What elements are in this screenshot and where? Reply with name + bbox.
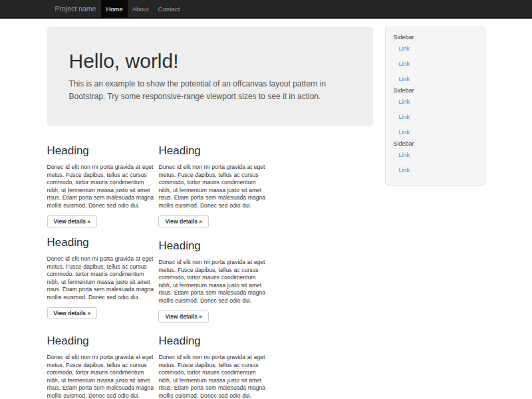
card-grid: Heading Donec id elit non mi porta gravi… xyxy=(47,136,373,399)
content-card: Heading Donec id elit non mi porta gravi… xyxy=(158,227,266,323)
sidebar-group-title: Sidebar xyxy=(394,140,478,148)
content-card: Heading Donec id elit non mi porta gravi… xyxy=(47,227,155,323)
view-details-button[interactable]: View details » xyxy=(47,215,98,227)
card-heading: Heading xyxy=(158,144,266,158)
jumbotron: Hello, world! This is an example to show… xyxy=(47,27,373,126)
sidebar-link[interactable]: Link xyxy=(394,125,478,140)
card-heading: Heading xyxy=(158,239,266,253)
card-body-text: Donec id elit non mi porta gravida at eg… xyxy=(158,259,266,305)
card-heading: Heading xyxy=(158,334,266,348)
card-body-text: Donec id elit non mi porta gravida at eg… xyxy=(158,164,266,209)
sidebar-group: Sidebar Link Link Link xyxy=(394,34,478,87)
card-heading: Heading xyxy=(47,236,155,249)
nav-item-home[interactable]: Home xyxy=(101,0,127,17)
top-navbar: Project name Home About Contact xyxy=(0,0,532,19)
content-card: Heading Donec id elit non mi porta gravi… xyxy=(47,136,155,227)
main-content: Hello, world! This is an example to show… xyxy=(47,27,373,399)
nav-item-about[interactable]: About xyxy=(128,0,154,17)
navbar-brand-label: Project name xyxy=(55,5,96,13)
card-body-text: Donec id elit non mi porta gravida at eg… xyxy=(158,354,266,399)
nav-item-contact[interactable]: Contact xyxy=(154,0,185,17)
navbar-menu: Home About Contact xyxy=(101,0,184,17)
content-card: Heading Donec id elit non mi porta gravi… xyxy=(158,323,266,399)
card-body-text: Donec id elit non mi porta gravida at eg… xyxy=(47,164,155,209)
content-card: Heading Donec id elit non mi porta gravi… xyxy=(158,136,266,227)
sidebar-column: Sidebar Link Link Link Sidebar Link Link… xyxy=(385,27,485,186)
view-details-button[interactable]: View details » xyxy=(158,311,209,323)
jumbotron-description: This is an example to show the potential… xyxy=(69,78,350,103)
page-title: Hello, world! xyxy=(69,50,350,72)
content-card: Heading Donec id elit non mi porta gravi… xyxy=(47,323,155,399)
sidebar-link[interactable]: Link xyxy=(394,94,478,110)
card-body-text: Donec id elit non mi porta gravida at eg… xyxy=(47,255,155,301)
sidebar-group-title: Sidebar xyxy=(394,87,478,94)
sidebar-link[interactable]: Link xyxy=(394,148,478,163)
card-heading: Heading xyxy=(47,334,155,348)
sidebar-link[interactable]: Link xyxy=(394,110,478,125)
sidebar-link[interactable]: Link xyxy=(394,41,478,57)
sidebar-panel: Sidebar Link Link Link Sidebar Link Link… xyxy=(385,27,485,186)
sidebar-link[interactable]: Link xyxy=(394,57,478,72)
sidebar-group: Sidebar Link Link xyxy=(394,140,478,178)
navbar-brand[interactable]: Project name xyxy=(47,0,102,17)
sidebar-link[interactable]: Link xyxy=(394,163,478,178)
card-heading: Heading xyxy=(47,144,155,158)
view-details-button[interactable]: View details » xyxy=(158,215,209,227)
sidebar-link[interactable]: Link xyxy=(394,72,478,87)
page-container: Hello, world! This is an example to show… xyxy=(47,27,485,399)
card-body-text: Donec id elit non mi porta gravida at eg… xyxy=(47,354,155,399)
sidebar-group: Sidebar Link Link Link xyxy=(394,87,478,140)
view-details-button[interactable]: View details » xyxy=(47,307,98,319)
navbar-container: Project name Home About Contact xyxy=(47,0,485,17)
sidebar-group-title: Sidebar xyxy=(394,34,478,41)
